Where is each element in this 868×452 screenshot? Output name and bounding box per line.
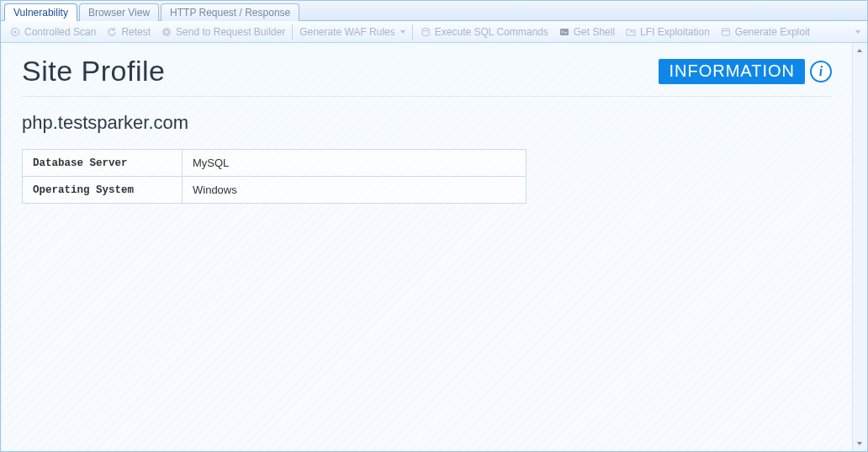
tab-bar: Vulnerability Browser View HTTP Request … [1,1,867,21]
toolbar-overflow-button[interactable] [852,30,864,34]
properties-table: Database Server MySQL Operating System W… [22,149,527,204]
send-to-request-builder-button[interactable]: Send to Request Builder [156,23,290,41]
scroll-down-arrow-icon[interactable] [853,436,866,450]
content-area: Site Profile INFORMATION i php.testspark… [2,43,866,450]
table-row: Operating System Windows [23,177,527,204]
svg-point-3 [422,28,429,30]
severity-badge: INFORMATION [659,59,805,84]
folder-arrow-icon [625,26,637,38]
tab-browser-view[interactable]: Browser View [79,3,159,21]
chevron-down-icon [855,30,860,34]
host-heading: php.testsparker.com [22,112,832,134]
database-icon [420,26,431,38]
toolbar: Controlled Scan Retest Send to Request B… [1,21,867,43]
execute-sql-commands-label: Execute SQL Commands [435,26,548,38]
refresh-icon [106,26,118,38]
svg-rect-5 [722,29,729,35]
lfi-exploitation-button[interactable]: LFI Exploitation [620,23,715,41]
property-name: Operating System [23,177,183,204]
svg-rect-4 [560,29,569,35]
target-icon [9,26,21,38]
dropdown-caret-icon [400,30,405,34]
property-name: Database Server [23,150,183,177]
execute-sql-commands-button[interactable]: Execute SQL Commands [415,23,553,41]
page-header: Site Profile INFORMATION i [22,55,832,97]
property-value: Windows [183,177,527,204]
send-icon [161,26,172,38]
generate-exploit-button[interactable]: Generate Exploit [715,23,815,41]
vertical-scrollbar[interactable] [852,43,866,450]
controlled-scan-label: Controlled Scan [24,26,96,38]
window-icon [720,26,732,38]
controlled-scan-button[interactable]: Controlled Scan [4,23,101,41]
info-icon: i [810,61,832,82]
property-value: MySQL [183,150,527,177]
send-to-request-builder-label: Send to Request Builder [176,26,285,38]
generate-exploit-label: Generate Exploit [735,26,810,38]
content-scroll: Site Profile INFORMATION i php.testspark… [2,43,852,450]
page-title: Site Profile [22,55,165,88]
table-row: Database Server MySQL [23,150,527,177]
terminal-icon [558,26,570,38]
toolbar-separator [412,24,413,40]
generate-waf-rules-button[interactable]: Generate WAF Rules [294,23,410,41]
svg-point-1 [14,30,17,33]
tab-http-request-response[interactable]: HTTP Request / Response [161,3,299,21]
retest-label: Retest [121,26,151,38]
get-shell-label: Get Shell [574,26,615,38]
tab-vulnerability[interactable]: Vulnerability [4,3,77,21]
generate-waf-rules-label: Generate WAF Rules [299,26,395,38]
severity-badge-group: INFORMATION i [659,59,832,84]
lfi-exploitation-label: LFI Exploitation [640,26,710,38]
get-shell-button[interactable]: Get Shell [553,23,620,41]
scroll-up-arrow-icon[interactable] [853,43,866,57]
app-window: Vulnerability Browser View HTTP Request … [0,0,868,452]
retest-button[interactable]: Retest [101,23,156,41]
toolbar-separator [292,24,293,40]
